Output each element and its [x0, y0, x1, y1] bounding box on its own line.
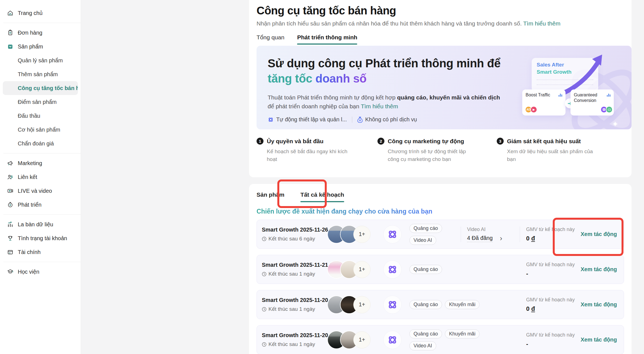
- sidebar-item-sales-accelerator[interactable]: Công cụ tăng tốc bán h...: [3, 81, 78, 95]
- data-compass-icon: [7, 221, 14, 228]
- more-products-badge[interactable]: 1+: [353, 261, 371, 278]
- tag-pill: Quảng cáo: [409, 329, 442, 338]
- sidebar-item-account-health[interactable]: Tình trạng tài khoản: [0, 231, 81, 245]
- plan-end-time: Kết thúc sau 1 ngày: [262, 341, 326, 347]
- main-content: Công cụ tăng tốc bán hàng Nhận phân tích…: [249, 0, 644, 354]
- product-thumbnails: 1+: [328, 226, 371, 243]
- boost-traffic-card: Boost Traffic AD ▶: [522, 89, 566, 116]
- account-health-icon: [7, 235, 14, 242]
- plans-tabs: Sản phẩm Tất cả kế hoạch: [257, 191, 624, 202]
- tab-all-plans[interactable]: Tất cả kế hoạch: [300, 191, 344, 202]
- view-impact-button[interactable]: Xem tác động: [580, 336, 617, 343]
- banner-learn-more-link[interactable]: Tìm hiểu thêm: [361, 103, 398, 109]
- more-products-badge[interactable]: 1+: [353, 331, 371, 348]
- sidebar-item-bidding[interactable]: Đấu thầu: [0, 109, 81, 123]
- header-learn-more-link[interactable]: Tìm hiểu thêm: [523, 20, 560, 27]
- sidebar-item-growth[interactable]: Phát triển: [0, 198, 81, 212]
- tag-pill: Quảng cáo: [409, 300, 442, 309]
- plan-end-time: Kết thúc sau 1 ngày: [262, 306, 326, 312]
- affiliate-icon: [7, 173, 14, 181]
- sidebar-item-price-diagnosis[interactable]: Chẩn đoán giá: [0, 137, 81, 150]
- tab-products[interactable]: Sản phẩm: [257, 191, 284, 202]
- sidebar-item-finance[interactable]: Tài chính: [0, 245, 81, 259]
- video-posted-count[interactable]: 4 Đã đăng: [467, 235, 493, 242]
- step-1: 1 Ủy quyền và bắt đầu Kế hoạch sẽ bắt đầ…: [257, 138, 377, 163]
- sidebar-item-orders[interactable]: Đơn hàng: [0, 26, 81, 40]
- plan-row[interactable]: Smart Growth 2025-11-26 1... Kết thúc sa…: [257, 220, 624, 249]
- tag-pill: Khuyến mãi: [445, 329, 480, 338]
- tab-overview[interactable]: Tổng quan: [257, 34, 284, 45]
- smart-growth-atom-icon: [383, 331, 402, 349]
- plan-row[interactable]: Smart Growth 2025-11-21 1... Kết thúc sa…: [257, 255, 624, 284]
- gmv-column: GMV từ kế hoạch này -: [526, 262, 580, 277]
- sidebar-item-product-score[interactable]: Điểm sản phẩm: [0, 95, 81, 109]
- sidebar-divider: [3, 153, 81, 153]
- product-thumbnails: 1+: [328, 331, 371, 348]
- view-impact-button[interactable]: Xem tác động: [580, 301, 617, 308]
- plan-title: Smart Growth 2025-11-26 1...: [262, 227, 326, 233]
- sidebar-item-add-product[interactable]: Thêm sản phẩm: [0, 67, 81, 81]
- sidebar-item-marketing[interactable]: Marketing: [0, 156, 81, 170]
- plan-tags: Quảng cáo Video AI: [409, 224, 455, 245]
- sidebar-item-data-compass[interactable]: La bàn dữ liệu: [0, 217, 81, 231]
- feature-no-fee: Không có phí dịch vụ: [357, 116, 417, 123]
- page-title: Công cụ tăng tốc bán hàng: [257, 4, 632, 17]
- view-impact-button[interactable]: Xem tác động: [580, 266, 617, 273]
- clock-icon: [262, 342, 267, 347]
- step-3: 3 Giám sát kết quả hiệu suất Xem dữ liệu…: [497, 138, 616, 163]
- divider: [520, 227, 520, 242]
- divider: [352, 117, 352, 123]
- tag-pill: Quảng cáo: [409, 224, 442, 233]
- atom-icon: [268, 117, 274, 123]
- more-products-badge[interactable]: 1+: [353, 226, 371, 243]
- strategy-note: Chiến lược đề xuất hiện đang chạy cho cử…: [257, 208, 432, 215]
- chevron-right-icon[interactable]: ›: [500, 235, 502, 241]
- smart-growth-atom-icon: [383, 296, 402, 314]
- guaranteed-conversion-card: Guaranteed Conversion: [571, 89, 614, 116]
- plan-row[interactable]: Smart Growth 2025-11-20 ... Kết thúc sau…: [257, 290, 624, 319]
- sidebar-item-academy[interactable]: Học viện: [0, 265, 81, 279]
- sidebar-item-live-video[interactable]: LIVE và video: [0, 184, 81, 198]
- plan-rows: Smart Growth 2025-11-26 1... Kết thúc sa…: [257, 220, 624, 354]
- banner-body: Thuật toán Phát triển thông minh tự động…: [268, 93, 503, 111]
- product-thumbnails: 1+: [328, 296, 371, 313]
- main-tabs: Tổng quan Phát triển thông minh: [257, 34, 632, 45]
- sidebar-item-home[interactable]: Trang chủ: [0, 6, 81, 20]
- mini-bars-icon: [559, 93, 562, 97]
- step-2: 2 Công cụ marketing tự động Chương trình…: [377, 138, 497, 163]
- orders-icon: [7, 29, 14, 36]
- gmv-column: GMV từ kế hoạch này -: [526, 332, 580, 348]
- more-products-badge[interactable]: 1+: [353, 296, 371, 313]
- tab-smart-growth[interactable]: Phát triển thông minh: [297, 34, 357, 45]
- finance-icon: [7, 248, 14, 256]
- clock-icon: [262, 307, 267, 312]
- plan-tags: Quảng cáo: [409, 265, 442, 274]
- sidebar-divider: [3, 262, 81, 262]
- sidebar-item-products[interactable]: Sản phẩm: [0, 40, 81, 53]
- feature-auto-setup: Tự động thiết lập và quản l...: [268, 116, 347, 123]
- video-icon: [7, 187, 14, 194]
- tag-pill: Quảng cáo: [409, 265, 442, 274]
- coupon-badge-icon: [606, 106, 613, 113]
- sparkle-icon: ✦: [612, 120, 618, 129]
- plan-title: Smart Growth 2025-11-20 ...: [262, 332, 326, 338]
- video-badge-icon: ▶: [530, 106, 537, 113]
- sidebar-item-affiliate[interactable]: Liên kết: [0, 170, 81, 184]
- smart-growth-atom-icon: [383, 260, 402, 279]
- gmv-column: GMV từ kế hoạch này 0 đ: [526, 227, 580, 242]
- view-impact-button[interactable]: Xem tác động: [580, 230, 617, 238]
- product-thumbnails: 1+: [328, 261, 371, 278]
- banner-heading: Sử dụng công cụ Phát triển thông minh để…: [268, 56, 526, 86]
- tag-pill: Video AI: [409, 236, 436, 245]
- plan-row[interactable]: Smart Growth 2025-11-20 ... Kết thúc sau…: [257, 325, 624, 354]
- step-number-badge: 1: [257, 138, 263, 145]
- sidebar-item-product-opportunity[interactable]: Cơ hội sản phẩm: [0, 123, 81, 137]
- sidebar-item-manage-products[interactable]: Quản lý sản phẩm: [0, 53, 81, 67]
- smart-growth-banner: Sử dụng công cụ Phát triển thông minh để…: [257, 46, 632, 129]
- steps-row: 1 Ủy quyền và bắt đầu Kế hoạch sẽ bắt đầ…: [257, 138, 632, 163]
- smart-growth-atom-icon: [383, 225, 402, 243]
- video-ai-column: Video AI 4 Đã đăng ›: [467, 227, 514, 242]
- home-icon: [7, 9, 14, 17]
- money-bag-icon: [357, 117, 363, 123]
- banner-illustration: Sales After Smart Growth Boost Traffic A: [509, 46, 632, 129]
